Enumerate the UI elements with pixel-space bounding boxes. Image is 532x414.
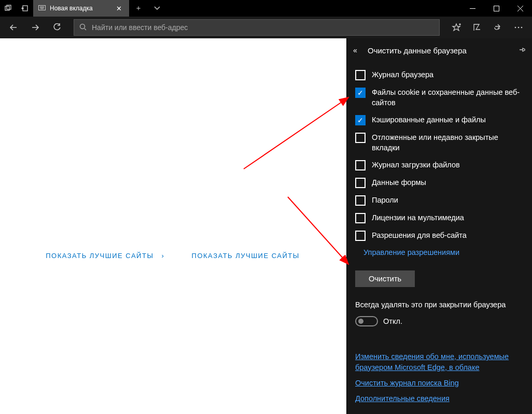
- maximize-button[interactable]: [484, 0, 508, 17]
- checkbox-icon[interactable]: [355, 133, 366, 143]
- clear-option-8[interactable]: Разрешения для веб-сайта: [355, 227, 524, 245]
- always-clear-toggle[interactable]: [355, 316, 378, 326]
- cloud-info-link[interactable]: Изменить сведения обо мне, используемые …: [355, 351, 524, 373]
- checkbox-icon[interactable]: [355, 231, 366, 241]
- search-icon: [79, 23, 87, 32]
- toggle-state-label: Откл.: [383, 317, 402, 325]
- reading-list-button[interactable]: [467, 17, 487, 38]
- new-tab-button[interactable]: ＋: [129, 0, 148, 17]
- panel-header: « Очистить данные браузера: [347, 38, 532, 62]
- favorites-button[interactable]: [446, 17, 467, 38]
- panel-title: Очистить данные браузера: [368, 46, 467, 55]
- option-label: Журнал браузера: [372, 70, 433, 80]
- option-label: Журнал загрузки файлов: [372, 160, 460, 170]
- svg-rect-8: [494, 6, 499, 11]
- show-top-sites-link[interactable]: ПОКАЗАТЬ ЛУЧШИЕ САЙТЫ ›: [35, 252, 170, 260]
- option-label: Данные формы: [372, 178, 426, 188]
- panel-back-icon[interactable]: «: [353, 46, 368, 54]
- address-bar[interactable]: Найти или ввести веб-адрес: [74, 19, 440, 36]
- forward-button[interactable]: [25, 17, 46, 38]
- option-label: Кэшированные данные и файлы: [372, 115, 486, 125]
- option-label: Разрешения для веб-сайта: [372, 231, 467, 241]
- back-button[interactable]: [3, 17, 24, 38]
- svg-rect-0: [5, 6, 9, 10]
- window-overlap-icon[interactable]: [0, 0, 17, 17]
- clear-option-3[interactable]: Отложенные или недавно закрытые вкладки: [355, 129, 524, 156]
- close-window-button[interactable]: [508, 0, 532, 17]
- manage-permissions-link[interactable]: Управление разрешениями: [363, 248, 459, 256]
- pin-panel-icon[interactable]: [519, 46, 526, 55]
- checkbox-icon[interactable]: [355, 195, 366, 206]
- svg-point-17: [521, 27, 523, 28]
- browser-tab[interactable]: Новая вкладка ✕: [33, 0, 129, 17]
- navigation-bar: Найти или ввести веб-адрес: [0, 17, 532, 38]
- clear-option-4[interactable]: Журнал загрузки файлов: [355, 156, 524, 174]
- minimize-button[interactable]: [460, 0, 484, 17]
- clear-option-2[interactable]: ✓Кэшированные данные и файлы: [355, 111, 524, 129]
- checkbox-icon[interactable]: ✓: [355, 115, 366, 125]
- refresh-button[interactable]: [47, 17, 67, 38]
- checkbox-icon[interactable]: [355, 178, 366, 188]
- clear-option-0[interactable]: Журнал браузера: [355, 66, 524, 84]
- clear-option-1[interactable]: ✓Файлы cookie и сохраненные данные веб-с…: [355, 84, 524, 111]
- close-tab-icon[interactable]: ✕: [114, 5, 124, 12]
- clear-option-5[interactable]: Данные формы: [355, 174, 524, 192]
- option-label: Лицензии на мультимедиа: [372, 213, 464, 223]
- always-clear-label: Всегда удалять это при закрытии браузера: [347, 293, 532, 312]
- svg-point-15: [515, 27, 516, 28]
- svg-rect-1: [7, 5, 11, 9]
- keyboard-icon: [38, 5, 46, 12]
- tabs-dropdown-icon[interactable]: [148, 0, 166, 17]
- svg-point-11: [80, 24, 85, 28]
- checkbox-icon[interactable]: [355, 213, 366, 223]
- svg-point-16: [518, 27, 520, 28]
- more-info-link[interactable]: Дополнительные сведения: [355, 393, 524, 404]
- set-aside-tabs-icon[interactable]: [17, 0, 33, 17]
- more-button[interactable]: [508, 17, 529, 38]
- option-label: Файлы cookie и сохраненные данные веб-са…: [372, 88, 524, 108]
- show-top-sites-link-2[interactable]: ПОКАЗАТЬ ЛУЧШИЕ САЙТЫ: [181, 252, 310, 260]
- clear-data-panel: « Очистить данные браузера Журнал браузе…: [346, 38, 532, 414]
- option-label: Отложенные или недавно закрытые вкладки: [372, 133, 524, 153]
- address-placeholder: Найти или ввести веб-адрес: [92, 23, 188, 32]
- clear-button[interactable]: Очистить: [355, 270, 415, 287]
- clear-option-6[interactable]: Пароли: [355, 192, 524, 209]
- share-button[interactable]: [487, 17, 508, 38]
- checkbox-icon[interactable]: [355, 70, 366, 80]
- checkbox-icon[interactable]: [355, 160, 366, 170]
- bing-history-link[interactable]: Очистить журнал поиска Bing: [355, 378, 524, 388]
- title-bar: Новая вкладка ✕ ＋: [0, 0, 532, 17]
- clear-option-7[interactable]: Лицензии на мультимедиа: [355, 209, 524, 227]
- svg-line-12: [85, 28, 86, 30]
- checkbox-icon[interactable]: ✓: [355, 88, 366, 98]
- tab-title: Новая вкладка: [50, 5, 93, 12]
- option-label: Пароли: [372, 195, 398, 206]
